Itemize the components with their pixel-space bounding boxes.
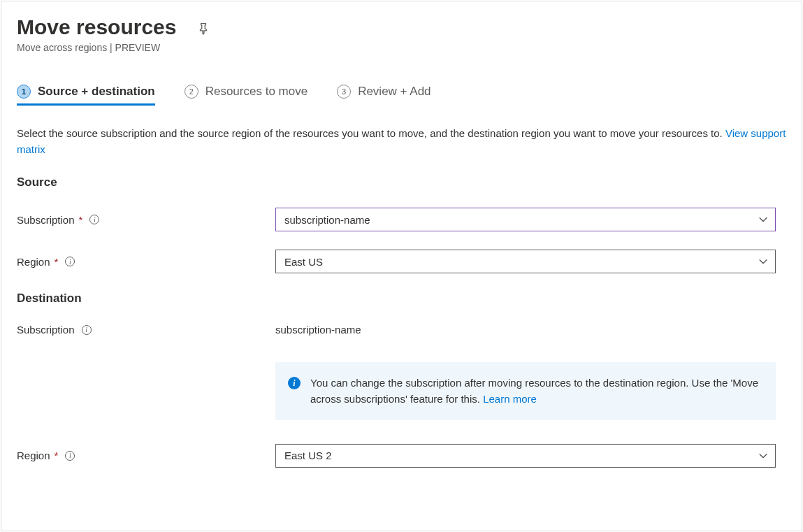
- step-num: 2: [185, 85, 198, 99]
- destination-subscription-row: Subscription i subscription-name: [17, 324, 786, 336]
- info-icon[interactable]: i: [65, 451, 75, 461]
- field: subscription-name: [275, 208, 786, 231]
- destination-subscription-value: subscription-name: [275, 324, 361, 336]
- subscription-label: Subscription: [17, 214, 75, 226]
- label: Region * i: [17, 256, 275, 268]
- step-num: 3: [337, 85, 351, 99]
- required-indicator: *: [79, 214, 83, 226]
- step-num: 1: [17, 85, 31, 99]
- region-label: Region: [17, 256, 50, 268]
- dropdown-value: subscription-name: [284, 214, 370, 226]
- chevron-down-icon: [758, 215, 768, 224]
- page-title: Move resources: [17, 15, 176, 39]
- field: East US: [275, 250, 786, 273]
- info-icon[interactable]: i: [82, 325, 92, 335]
- dropdown-value: East US: [284, 256, 323, 268]
- field: subscription-name: [275, 324, 786, 336]
- source-subscription-row: Subscription * i subscription-name: [17, 208, 786, 231]
- description: Select the source subscription and the s…: [17, 126, 786, 157]
- source-heading: Source: [17, 175, 786, 189]
- chevron-down-icon: [758, 257, 768, 266]
- subscription-label: Subscription: [17, 324, 75, 336]
- header: Move resources: [17, 15, 786, 39]
- tab-review-add[interactable]: 3 Review + Add: [337, 85, 431, 106]
- tab-label: Review + Add: [358, 85, 431, 99]
- learn-more-link[interactable]: Learn more: [483, 393, 537, 405]
- region-label: Region: [17, 450, 50, 461]
- info-box: i You can change the subscription after …: [275, 362, 776, 420]
- tabs: 1 Source + destination 2 Resources to mo…: [17, 85, 786, 106]
- move-resources-page: Move resources Move across regions | PRE…: [1, 1, 802, 531]
- info-icon[interactable]: i: [65, 257, 75, 266]
- label: Subscription * i: [17, 214, 275, 226]
- source-subscription-dropdown[interactable]: subscription-name: [275, 208, 776, 231]
- destination-region-row: Region * i East US 2: [17, 444, 786, 468]
- source-region-dropdown[interactable]: East US: [275, 250, 776, 273]
- dropdown-value: East US 2: [284, 450, 332, 461]
- breadcrumb: Move across regions | PREVIEW: [17, 42, 786, 53]
- field: East US 2: [275, 444, 786, 468]
- required-indicator: *: [55, 450, 59, 461]
- label: Region * i: [17, 450, 275, 461]
- tab-label: Source + destination: [38, 85, 155, 99]
- description-text: Select the source subscription and the s…: [17, 127, 725, 139]
- info-icon: i: [288, 377, 301, 389]
- destination-heading: Destination: [17, 292, 786, 305]
- info-icon[interactable]: i: [89, 215, 99, 224]
- pin-icon[interactable]: [197, 22, 210, 35]
- source-region-row: Region * i East US: [17, 250, 786, 273]
- required-indicator: *: [55, 256, 59, 268]
- chevron-down-icon: [758, 451, 768, 461]
- tab-resources-to-move[interactable]: 2 Resources to move: [185, 85, 308, 106]
- info-content: You can change the subscription after mo…: [310, 375, 763, 408]
- destination-region-dropdown[interactable]: East US 2: [275, 444, 776, 468]
- tab-label: Resources to move: [205, 85, 308, 99]
- label: Subscription i: [17, 324, 275, 336]
- tab-source-destination[interactable]: 1 Source + destination: [17, 85, 155, 106]
